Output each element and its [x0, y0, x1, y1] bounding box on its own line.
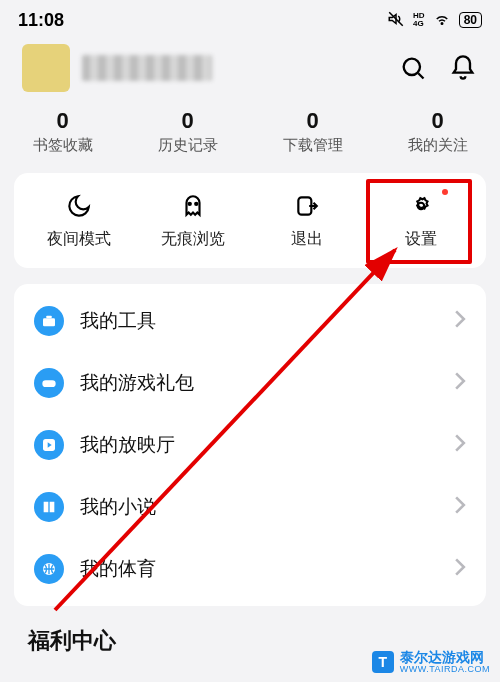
svg-rect-13 [44, 383, 47, 384]
stat-bookmarks[interactable]: 0 书签收藏 [0, 108, 125, 155]
quick-incognito[interactable]: 无痕浏览 [136, 191, 250, 250]
menu-game-gifts[interactable]: 我的游戏礼包 [14, 352, 486, 414]
toolbox-icon [34, 306, 64, 336]
ghost-icon [136, 191, 250, 221]
chevron-right-icon [454, 496, 466, 518]
watermark-badge: T [372, 651, 394, 673]
svg-point-5 [195, 203, 197, 205]
quick-exit[interactable]: 退出 [250, 191, 364, 250]
ball-icon [34, 554, 64, 584]
badge-dot [442, 189, 448, 195]
stats-row: 0 书签收藏 0 历史记录 0 下载管理 0 我的关注 [0, 96, 500, 173]
svg-point-7 [418, 203, 425, 210]
battery-indicator: 80 [459, 12, 482, 28]
menu-novels[interactable]: 我的小说 [14, 476, 486, 538]
quick-actions-card: 夜间模式 无痕浏览 退出 设置 [14, 173, 486, 268]
mute-icon [387, 10, 405, 31]
svg-line-3 [418, 73, 423, 78]
watermark-en: WWW.TAIRDA.COM [400, 665, 490, 674]
moon-icon [22, 191, 136, 221]
svg-rect-10 [42, 380, 55, 387]
hd-icon: HD4G [413, 12, 425, 28]
menu-list: 我的工具 我的游戏礼包 我的放映厅 我的小说 我的体育 [14, 284, 486, 606]
wifi-icon [433, 10, 451, 31]
stat-downloads[interactable]: 0 下载管理 [250, 108, 375, 155]
watermark-cn: 泰尔达游戏网 [400, 650, 490, 665]
chevron-right-icon [454, 434, 466, 456]
exit-icon [250, 191, 364, 221]
chevron-right-icon [454, 310, 466, 332]
quick-night-mode[interactable]: 夜间模式 [22, 191, 136, 250]
stat-follows[interactable]: 0 我的关注 [375, 108, 500, 155]
stat-history[interactable]: 0 历史记录 [125, 108, 250, 155]
book-icon [34, 492, 64, 522]
chevron-right-icon [454, 558, 466, 580]
gamepad-icon [34, 368, 64, 398]
avatar[interactable] [22, 44, 70, 92]
chevron-right-icon [454, 372, 466, 394]
search-icon[interactable] [398, 53, 428, 83]
watermark: T 泰尔达游戏网 WWW.TAIRDA.COM [372, 650, 490, 674]
menu-my-tools[interactable]: 我的工具 [14, 290, 486, 352]
menu-cinema[interactable]: 我的放映厅 [14, 414, 486, 476]
quick-settings[interactable]: 设置 [364, 191, 478, 250]
status-bar: 11:08 HD4G 80 [0, 0, 500, 34]
play-icon [34, 430, 64, 460]
svg-point-11 [51, 383, 53, 385]
menu-sports[interactable]: 我的体育 [14, 538, 486, 600]
profile-header [0, 34, 500, 96]
svg-rect-8 [43, 318, 55, 326]
settings-icon [364, 191, 478, 221]
status-time: 11:08 [18, 10, 64, 31]
username-blurred [82, 55, 212, 81]
svg-point-2 [404, 59, 420, 75]
bell-icon[interactable] [448, 53, 478, 83]
svg-rect-9 [46, 316, 51, 319]
status-indicators: HD4G 80 [387, 10, 482, 31]
svg-point-1 [441, 22, 443, 24]
svg-point-4 [189, 203, 191, 205]
